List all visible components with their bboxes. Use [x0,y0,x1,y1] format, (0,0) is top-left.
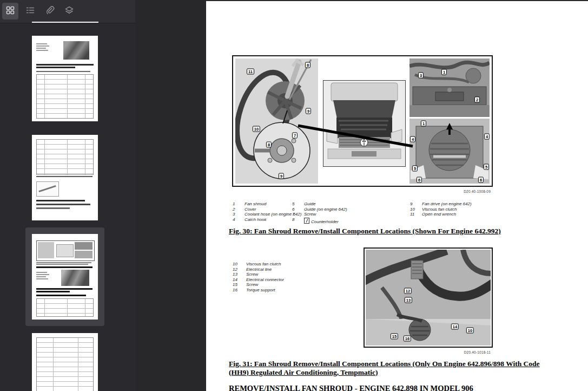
figure-callout-number: 6 [417,177,422,183]
fig30-figure: 118910789 [232,55,493,187]
legend-item: 8Counterholder [292,217,347,225]
loading-progress-line [32,22,98,23]
layers-view-button[interactable] [61,3,77,19]
thumb1-table [36,74,94,119]
thumb1-photo [63,41,89,60]
legend-item: 11Open end wrench [410,212,472,217]
thumb2-table [36,139,94,175]
thumb3-table [36,298,94,317]
sidebar-toolbar [0,0,135,23]
thumbnail-page-2[interactable] [32,135,98,220]
fig31-caption: Fig. 31: Fan Shroud Remove/Install Compo… [229,360,560,376]
figure-callout-number: 2 [474,97,480,103]
fig30-legend-column-1: 1Fan shroud2Cover3Coolant hose (on engin… [233,201,301,222]
legend-item: 13Screw [233,272,284,277]
outline-list-icon [25,5,35,17]
fig30-figure-code: D20.40-1008-09 [232,190,491,193]
legend-item: 12Electrical line [233,267,284,272]
thumbnail-page-1[interactable] [32,36,98,121]
sidebar [0,0,135,391]
figure-callout-number: 8 [305,62,310,68]
thumbnails-grid-icon [5,5,15,17]
figure-callout-number: 4 [484,134,490,140]
fig31-figure-code: D20.40-1018-11 [364,350,491,354]
legend-item: 10Viscous fan clutch [410,207,472,212]
thumb4-table [36,337,94,391]
figure-callout-number: 4 [410,136,415,142]
fig31-figure: 121314101516 [364,247,493,348]
figure-callout-number: 6 [478,177,484,183]
figure-callout-number: 10 [466,328,474,334]
fig30-caption: Fig. 30: Fan Shroud Remove/Install Compo… [229,227,532,236]
figure-callout-number: 9 [279,173,284,179]
figure-callout-number: 12 [404,288,412,294]
thumbnail-page-4[interactable] [32,333,98,391]
legend-item: 1Fan shroud [233,201,301,207]
figure-callout-number: 5 [412,166,418,172]
thumb3-figure [36,240,95,261]
figure-callout-number: 15 [391,334,398,340]
attachments-view-button[interactable] [42,3,58,19]
section-heading: REMOVE/INSTALL FAN SHROUD - ENGINE 642.8… [229,384,473,391]
thumbnail-page-3[interactable] [32,234,98,320]
fig30-radiator-photo: 1445566 [409,119,490,184]
legend-item: 6Guide (on engine 642) [292,207,347,212]
pdf-viewer-window: { "sidebar": { "tools": [ {"id": "thumbn… [0,0,588,391]
figure-callout-number: 10 [253,126,260,132]
figure-callout-number: 9 [306,108,311,114]
fig30-vehicle-photo [323,80,406,167]
document-page: 118910789 [206,1,588,391]
document-viewer[interactable]: 118910789 [135,0,588,391]
fig31-legend: 10Viscous fan clutch12Electrical line13S… [233,262,284,293]
legend-item: 5Guide [292,201,347,207]
thumb3-photo [61,270,89,286]
thumbnails-view-button[interactable] [2,3,18,19]
legend-item: 3Coolant hose (on engine 642) [233,212,301,217]
figure-callout-number: 11 [247,69,254,75]
thumb2-tool-photo [36,181,59,197]
figure-callout-number: 3 [418,73,424,79]
figure-callout-number: 1 [441,69,447,75]
counterholder-tool-icon [304,218,309,224]
thumbnail-selection-frame [25,227,104,326]
thumb1-text-line [36,43,47,44]
paperclip-icon [45,5,55,17]
fig31-engine-photo: 121314101516 [366,250,491,346]
figure-callout-number: 13 [405,297,412,303]
legend-item: 14Electrical connector [233,277,284,283]
legend-item: 2Cover [233,207,301,212]
legend-item: 4Catch hook [233,217,301,223]
legend-item: 10Viscous fan clutch [233,262,284,267]
figure-callout-number: 8 [266,142,272,148]
legend-item: 15Screw [233,282,284,288]
legend-item: 7Screw [292,212,347,217]
outline-view-button[interactable] [22,3,38,19]
fig30-engine-bay-photo: 312 [409,58,490,117]
figure-callout-number: 7 [292,133,298,139]
figure-callout-number: 5 [484,164,489,170]
legend-item: 9Fan drive (on engine 642) [410,201,472,207]
figure-callout-number: 1 [421,121,426,127]
figure-callout-number: 16 [404,336,411,342]
fig30-fan-illustration: 118910789 [235,58,318,184]
fig30-legend-column-2: 5Guide6Guide (on engine 642)7Screw8Count… [292,201,347,224]
figure-callout-number: 14 [451,324,459,330]
legend-item: 16Torque support [233,288,284,293]
fig30-legend-column-3: 9Fan drive (on engine 642)10Viscous fan … [410,201,472,217]
layers-icon [64,5,74,17]
